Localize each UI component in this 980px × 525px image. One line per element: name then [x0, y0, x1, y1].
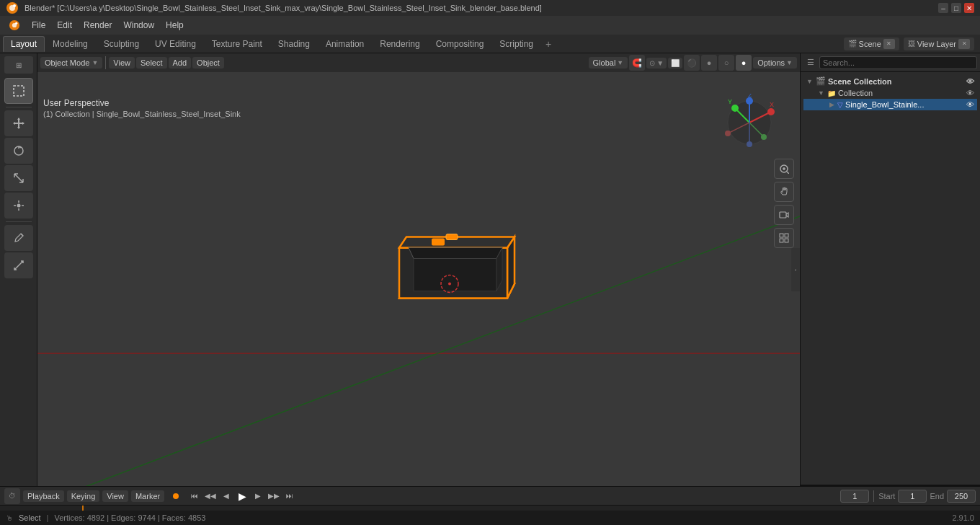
view-layer-label: View Layer [917, 40, 956, 48]
playback-menu[interactable]: Playback [23, 490, 64, 502]
menu-help[interactable]: Help [160, 19, 190, 32]
snap-toggle[interactable]: 🧲 [629, 55, 645, 71]
vp-separator-1 [105, 56, 106, 69]
object-eye[interactable]: 👁 [966, 100, 974, 109]
scene-label: Scene [859, 40, 881, 48]
scene-tree: ▼ 🎬 Scene Collection 👁 ▼ 📁 Collection 👁 … [801, 72, 980, 485]
menu-render[interactable]: Render [78, 19, 117, 32]
view-menu-timeline[interactable]: View [102, 490, 128, 502]
view-menu[interactable]: View [109, 57, 135, 69]
transform-tool[interactable] [4, 193, 33, 219]
object-menu[interactable]: Object [192, 57, 224, 69]
timeline-type-icon[interactable]: ⏱ [4, 488, 20, 504]
tab-animation[interactable]: Animation [318, 36, 372, 52]
go-to-end-btn[interactable]: ⏭ [282, 489, 297, 503]
menu-file[interactable]: File [26, 19, 51, 32]
navigation-gizmo[interactable]: X Y Z [721, 94, 778, 151]
menu-window[interactable]: Window [117, 19, 160, 32]
tab-modeling[interactable]: Modeling [45, 36, 96, 52]
annotate-tool[interactable] [4, 225, 33, 251]
svg-point-2 [13, 4, 16, 7]
grid-canvas: User Perspective (1) Collection | Single… [37, 72, 800, 486]
solid-shading-btn[interactable]: ⚫ [684, 55, 700, 71]
svg-rect-9 [37, 72, 800, 486]
next-keyframe-btn[interactable]: ▶▶ [267, 489, 281, 503]
tab-layout[interactable]: Layout [3, 36, 45, 52]
tab-texture-paint[interactable]: Texture Paint [204, 36, 270, 52]
viewport[interactable]: Object Mode ▼ View Select Add Object Glo… [37, 53, 800, 486]
wireframe-toggle[interactable]: ⬜ [668, 58, 682, 69]
menu-blender[interactable] [3, 18, 26, 32]
play-btn[interactable]: ▶ [235, 489, 249, 503]
move-icon [12, 117, 25, 130]
keying-menu[interactable]: Keying [67, 490, 100, 502]
tl-sep-1 [873, 490, 874, 502]
svg-rect-99 [780, 239, 783, 242]
measure-tool[interactable] [4, 252, 33, 278]
viewport-grid [37, 72, 800, 486]
rotate-tool[interactable] [4, 138, 33, 164]
hand-pan-btn[interactable] [774, 182, 794, 202]
scene-collection-header[interactable]: ▼ 🎬 Scene Collection 👁 [803, 75, 977, 87]
viewport-collapse-button[interactable]: ‹ [791, 248, 800, 291]
go-to-start-btn[interactable]: ⏮ [187, 489, 202, 503]
close-button[interactable]: ✕ [964, 3, 974, 13]
collection-item[interactable]: ▼ 📁 Collection 👁 [803, 87, 977, 99]
outliner-search[interactable] [819, 56, 977, 69]
options-menu[interactable]: Options ▼ [753, 57, 797, 69]
prev-frame-btn[interactable]: ◀ [219, 489, 233, 503]
object-item[interactable]: ▶ ▽ Single_Bowl_Stainle... 👁 [803, 99, 977, 110]
prev-keyframe-btn[interactable]: ◀◀ [203, 489, 218, 503]
add-workspace-button[interactable]: + [541, 37, 556, 51]
frame-counter: 1 Start 1 End 250 [840, 490, 976, 503]
grid-overlay-btn[interactable] [774, 228, 794, 248]
tab-scripting[interactable]: Scripting [491, 36, 541, 52]
add-menu[interactable]: Add [169, 57, 192, 69]
main-layout: ⊞ [0, 53, 980, 486]
status-divider-1: | [47, 513, 49, 522]
blender-logo [6, 1, 19, 14]
material-preview-btn[interactable]: ● [701, 55, 717, 71]
menu-edit[interactable]: Edit [51, 19, 78, 32]
scale-tool[interactable] [4, 165, 33, 191]
rendered-btn[interactable]: ○ [718, 55, 734, 71]
start-frame-field[interactable]: 1 [898, 490, 927, 503]
tab-shading[interactable]: Shading [270, 36, 318, 52]
tab-sculpting[interactable]: Sculpting [96, 36, 147, 52]
scene-collection-label: Scene Collection [828, 77, 892, 86]
marker-menu[interactable]: Marker [131, 490, 164, 502]
scene-selector[interactable]: 🎬 Scene ✕ [844, 38, 899, 50]
shading-extra-btn[interactable]: ● [736, 55, 752, 71]
view-layer-close-icon[interactable]: ✕ [958, 39, 970, 49]
scene-close-icon[interactable]: ✕ [883, 39, 895, 49]
current-frame-field[interactable]: 1 [840, 490, 869, 503]
next-frame-btn[interactable]: ▶ [251, 489, 265, 503]
left-toolbar: ⊞ [0, 53, 37, 486]
header-icon[interactable]: ⊞ [4, 56, 33, 74]
timeline-header: ⏱ Playback Keying View Marker ⏮ ◀◀ ◀ ▶ ▶… [0, 487, 980, 506]
proportional-editing[interactable]: ⊙ ▼ [646, 58, 667, 69]
maximize-button[interactable]: □ [951, 3, 961, 13]
move-tool[interactable] [4, 110, 33, 136]
svg-rect-98 [785, 234, 788, 237]
transform-icon [12, 199, 25, 212]
object-name: Single_Bowl_Stainle... [845, 100, 924, 109]
tab-uv-editing[interactable]: UV Editing [147, 36, 204, 52]
tab-rendering[interactable]: Rendering [372, 36, 427, 52]
proportional-arrow: ▼ [656, 59, 664, 67]
collection-eye[interactable]: 👁 [966, 89, 974, 97]
minimize-button[interactable]: – [938, 3, 948, 13]
end-frame-field[interactable]: 250 [947, 490, 976, 503]
camera-view-btn[interactable] [774, 205, 794, 225]
end-label: End [930, 492, 944, 500]
svg-rect-100 [785, 239, 788, 242]
view-layer-selector[interactable]: 🖼 View Layer ✕ [904, 38, 974, 50]
select-box-tool[interactable] [4, 78, 33, 104]
select-menu[interactable]: Select [136, 57, 167, 69]
transform-orientation[interactable]: Global ▼ [589, 57, 628, 69]
playback-controls: ⏮ ◀◀ ◀ ▶ ▶ ▶▶ ⏭ [187, 489, 297, 503]
zoom-in-btn[interactable] [774, 159, 794, 179]
scene-collection-eye[interactable]: 👁 [966, 77, 974, 86]
tab-compositing[interactable]: Compositing [428, 36, 492, 52]
object-mode-dropdown[interactable]: Object Mode ▼ [40, 57, 102, 69]
